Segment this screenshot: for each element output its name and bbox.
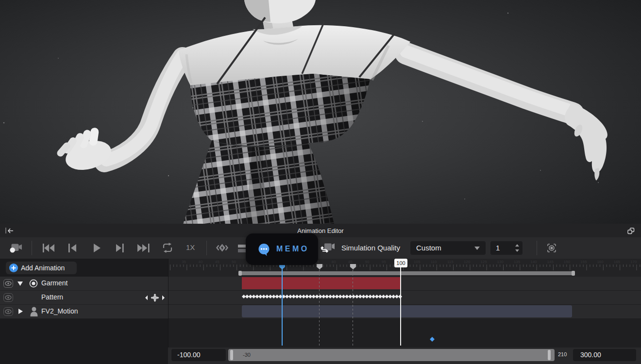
svg-text:110: 110 [431,260,437,264]
svg-text:105: 105 [414,260,421,264]
svg-text:45: 45 [215,260,219,264]
svg-text:130: 130 [497,260,504,264]
svg-text:170: 170 [630,260,637,264]
svg-text:165: 165 [614,260,621,264]
svg-text:160: 160 [597,260,604,264]
svg-text:150: 150 [564,260,571,264]
svg-text:120: 120 [464,260,471,264]
svg-text:145: 145 [547,260,554,264]
svg-text:115: 115 [447,260,454,264]
svg-text:95: 95 [382,260,386,264]
svg-text:80: 80 [332,260,336,264]
svg-text:135: 135 [514,260,521,264]
svg-text:40: 40 [198,260,202,264]
svg-text:155: 155 [580,260,587,264]
svg-text:35: 35 [182,260,186,264]
svg-text:50: 50 [232,260,236,264]
svg-text:125: 125 [480,260,487,264]
svg-text:140: 140 [530,260,537,264]
svg-text:90: 90 [365,260,369,264]
